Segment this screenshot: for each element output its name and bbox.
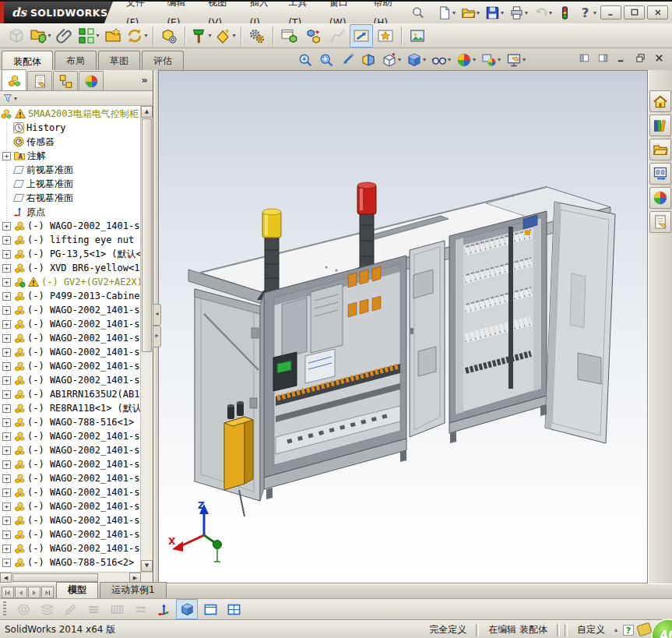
doc-minimize-button[interactable] [615,52,628,66]
featuremanager-tab[interactable] [2,69,26,90]
move-component-button[interactable]: ▾ [125,24,149,48]
new-motion-study-button[interactable] [245,24,269,48]
expand-toggle[interactable]: + [2,488,11,497]
splitter-handle[interactable]: ◂ [153,304,161,326]
expand-toggle[interactable]: + [2,334,11,343]
tree-item[interactable]: +(-) WAGO-2002_1401-simp [0,303,141,317]
panel-more-button[interactable]: » [142,74,148,86]
zoom-area-button[interactable] [317,50,336,69]
tree-item[interactable]: +(-) P499-2013-Cabinet F [0,289,141,303]
collapse-left-pane-button[interactable] [578,52,591,66]
expand-toggle[interactable]: + [2,545,11,553]
filter-caret-icon[interactable]: ▾ [14,95,17,102]
units-caret-icon[interactable]: ▴ [614,626,617,633]
expand-toggle[interactable]: + [2,502,11,511]
expand-toggle[interactable]: + [2,418,11,427]
print-button[interactable]: ▾ [508,2,530,23]
expand-toggle[interactable]: + [2,530,11,539]
dropdown-caret-icon[interactable]: ▾ [452,9,456,16]
search-icon[interactable] [411,5,424,20]
quick-tips-help-icon[interactable]: ? [622,624,635,636]
tree-item[interactable]: 上视基准面 [0,177,141,191]
expand-toggle[interactable]: + [2,362,11,371]
tree-root-item[interactable]: SMAA2003电箱电气控制柜 [0,107,141,121]
shaded-view-button[interactable] [176,599,198,619]
expand-toggle[interactable]: + [2,559,11,567]
tree-item[interactable]: +(-) WAGO-2002_1401-simp [0,541,141,555]
dropdown-caret-icon[interactable]: ▾ [96,32,99,39]
prev-study-button[interactable] [15,587,27,598]
maximize-button[interactable] [624,5,645,19]
dropdown-caret-icon[interactable]: ▾ [47,32,51,39]
next-study-button[interactable] [28,587,40,598]
assembly-features-button[interactable]: ▾ [189,24,213,48]
view-palette-button[interactable] [649,163,671,185]
doc-close-button[interactable] [653,52,666,66]
tree-item[interactable]: +(-) RE8RA11B<1> (默认<< [0,401,141,415]
tree-item[interactable]: +(-) WAGO-2002_1401-simp [0,471,141,485]
open-button[interactable]: ▾ [459,2,481,23]
expand-toggle[interactable]: + [2,278,11,287]
first-study-button[interactable] [2,587,14,598]
expand-toggle[interactable]: + [2,306,11,315]
tree-item[interactable]: +(-) WAGO-788-516<2> (默 [0,555,141,569]
expand-toggle[interactable]: + [2,474,11,483]
edit-appearance-button[interactable]: ▾ [455,50,477,69]
dropdown-caret-icon[interactable]: ▾ [477,9,480,16]
new-document-button[interactable]: ▾ [435,2,457,23]
tree-item[interactable]: History [0,121,141,135]
expand-toggle[interactable]: + [2,390,11,399]
tree-item[interactable]: +(-) WAGO-2002_1401-simp [0,429,141,443]
tree-item[interactable]: +(-) WAGO-2002_1401-simp [0,345,141,359]
graphics-viewport[interactable]: Z X [158,70,648,583]
help-button[interactable]: ?▾ [576,2,598,23]
dropdown-caret-icon[interactable]: ▾ [498,56,501,63]
splitter-handle[interactable]: ▸ [153,326,161,347]
tree-item[interactable]: +(-) WAGO-2002_1401-simp [0,219,141,233]
command-tab-inactive[interactable]: 布局 [55,51,97,70]
tree-item[interactable]: +(-) GV2+(GV2+AE2X)-6 [0,275,141,289]
toolbar-grip[interactable] [3,601,6,617]
tree-item[interactable]: +(-) WAGO-2002_1401-simp [0,443,141,457]
dropdown-caret-icon[interactable]: ▾ [144,32,147,39]
tree-item[interactable]: 传感器 [0,135,141,149]
expand-toggle[interactable]: + [2,320,11,329]
tree-item[interactable]: +(-) AB1RRN1635U2(AB1RRN [0,387,141,401]
tree-item[interactable]: +(-) WAGO-2002_1401-simp [0,485,141,499]
dropdown-caret-icon[interactable]: ▾ [208,32,211,39]
reference-geometry-button[interactable]: ▾ [213,24,237,48]
appearances-button[interactable] [649,187,671,209]
orientation-views-button[interactable] [153,599,174,619]
collapse-right-pane-button[interactable] [596,52,610,66]
expand-toggle[interactable]: + [2,432,11,441]
expand-toggle[interactable]: + [2,292,11,301]
expand-toggle[interactable]: + [2,250,11,259]
smart-fasteners-button[interactable] [101,24,125,48]
tree-vertical-scrollbar[interactable]: ▲ ▼ [140,106,153,572]
tree-item[interactable]: +(-) PG-13,5<1> (默认<<默 [0,247,141,261]
expand-toggle[interactable]: + [2,404,11,413]
tree-item[interactable]: +(-) WAGO-2002_1401-simp [0,317,141,331]
scroll-down-button[interactable]: ▼ [141,560,153,572]
options-button[interactable] [556,2,574,23]
display-style-button[interactable]: ▾ [405,50,427,69]
tree-item[interactable]: +A注解 [0,149,141,163]
assembly-visualization-button[interactable] [374,24,397,48]
expand-toggle[interactable]: + [2,348,11,357]
scrollbar-thumb[interactable] [142,118,152,352]
expand-toggle[interactable]: + [2,516,11,525]
command-tab-active[interactable]: 装配体 [2,51,53,71]
dropdown-caret-icon[interactable]: ▾ [232,32,235,39]
large-assembly-mode-button[interactable] [350,24,373,48]
custom-properties-button[interactable] [649,211,671,233]
dropdown-caret-icon[interactable]: ▾ [473,56,476,63]
tree-item[interactable]: +(-) WAGO-2002_1401-simp [0,359,141,373]
file-explorer-button[interactable] [649,139,671,160]
section-view-button[interactable] [359,50,378,69]
dropdown-caret-icon[interactable]: ▾ [423,56,426,63]
tree-item[interactable]: +(-) WAGO-2002_1401-simp [0,457,141,471]
status-units[interactable]: 自定义 [572,623,610,636]
hide-show-items-button[interactable]: ▾ [430,50,452,69]
dropdown-caret-icon[interactable]: ▾ [549,9,552,16]
dropdown-caret-icon[interactable]: ▾ [501,9,504,16]
